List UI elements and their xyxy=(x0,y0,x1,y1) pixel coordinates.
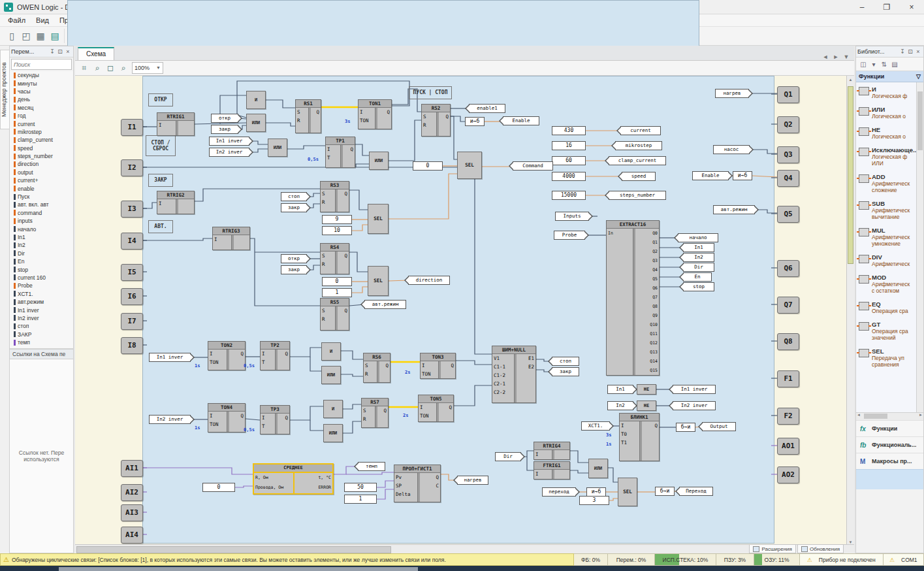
block-RS6[interactable]: RS6SRQ xyxy=(363,353,390,383)
input-pin-I1[interactable]: I1 xyxy=(121,119,143,136)
block-СРЕДНЕЕ-selected[interactable]: СРЕДНЕЕR, ОмПровода, Омt, °CERROR xyxy=(253,463,334,495)
menu-Вид[interactable]: Вид xyxy=(31,16,54,25)
tag-write-Dir[interactable]: Dir xyxy=(683,263,714,272)
variable-item[interactable]: часы xyxy=(10,88,73,95)
tab-schema[interactable]: Схема xyxy=(78,47,114,60)
print-button[interactable]: ▤ xyxy=(48,29,62,43)
block-ШИМ+NULL[interactable]: ШИМ+NULLV1C1-1C1-2C2-1C2-2E1E2 xyxy=(492,346,536,403)
block-RS4[interactable]: RS4SRQ xyxy=(320,243,349,274)
tag-read-переход[interactable]: переход xyxy=(542,487,576,497)
variable-item[interactable]: current xyxy=(10,120,73,127)
function-item-ИЛИ[interactable]: ИЛИЛогическая о xyxy=(856,103,923,123)
tag-write-enable1[interactable]: enable1 xyxy=(469,104,505,113)
tag-read-Probe[interactable]: Probe xyxy=(554,231,585,240)
comment-label[interactable]: АВТ. xyxy=(148,220,173,233)
constant-60[interactable]: 60 xyxy=(552,156,586,165)
tag-write-закр[interactable]: закр xyxy=(552,367,579,376)
new-project-button[interactable]: ▯ xyxy=(5,29,19,43)
variable-item[interactable]: начало xyxy=(10,225,73,233)
block-RS5[interactable]: RS5SRQ xyxy=(320,298,349,331)
minimize-button[interactable]: – xyxy=(850,0,874,14)
maximize-icon[interactable]: ⊡ xyxy=(56,48,64,55)
tag-read-авт.режим[interactable]: авт.режим xyxy=(713,205,755,214)
close-icon[interactable]: × xyxy=(914,48,922,55)
variable-item[interactable]: авт. вкл. авт xyxy=(10,201,73,208)
comment-label[interactable]: ПУСК | СТОП xyxy=(409,86,452,99)
output-pin-Q3[interactable]: Q3 xyxy=(777,146,799,163)
converter-block[interactable]: б→и xyxy=(676,423,695,432)
output-pin-AO1[interactable]: AO1 xyxy=(777,438,799,455)
tag-write-начало[interactable]: начало xyxy=(678,233,718,242)
block-TP2[interactable]: TP2ITQ xyxy=(260,341,290,370)
variable-item[interactable]: mikrostep xyxy=(10,128,73,136)
function-item-Исключающе...[interactable]: Исключающе...Логическая ф ИЛИ xyxy=(856,143,923,170)
variable-item[interactable]: En xyxy=(10,257,73,265)
block-TON4[interactable]: TON4ITONQ xyxy=(208,403,246,432)
variable-item[interactable]: авт.режим xyxy=(10,298,73,306)
tag-read-In2 inver[interactable]: In2 inver xyxy=(149,415,191,424)
tag-read-закр[interactable]: закр xyxy=(211,125,238,134)
output-pin-Q2[interactable]: Q2 xyxy=(777,116,799,133)
pin-icon[interactable]: ↧ xyxy=(899,48,906,55)
open-project-button[interactable]: ◰ xyxy=(19,29,33,43)
zoom-in-button[interactable]: ⌕ xyxy=(117,62,130,74)
comment-label[interactable]: ОТКР xyxy=(148,93,173,106)
variable-item[interactable]: steps_number xyxy=(10,152,73,160)
variable-item[interactable]: день xyxy=(10,95,73,103)
block-RS3[interactable]: RS3SRQ xyxy=(320,181,349,212)
variable-item[interactable]: command xyxy=(10,209,73,217)
constant-1[interactable]: 1 xyxy=(322,288,352,297)
variable-item[interactable]: output xyxy=(10,169,73,176)
save-project-button[interactable]: ▦ xyxy=(33,29,48,43)
tag-write-stop[interactable]: stop xyxy=(683,282,714,291)
tag-write-current[interactable]: current xyxy=(620,126,661,135)
constant-1[interactable]: 1 xyxy=(344,495,377,504)
converter-block[interactable]: и→б xyxy=(465,117,485,126)
input-pin-I7[interactable]: I7 xyxy=(121,313,143,330)
variable-item[interactable]: ХСТ1. xyxy=(10,290,73,298)
panel-tab-Расширения[interactable]: Расширения xyxy=(749,544,796,553)
block-RS7[interactable]: RS7SRQ xyxy=(361,398,389,428)
constant-10[interactable]: 10 xyxy=(322,226,352,235)
function-item-GT[interactable]: GTОперация сра значений xyxy=(856,318,923,344)
block-TON2[interactable]: TON2ITONQ xyxy=(208,341,246,370)
pin-icon[interactable]: ↧ xyxy=(48,48,56,55)
zoom-out-button[interactable]: ⌕ xyxy=(91,62,104,74)
output-pin-Q8[interactable]: Q8 xyxy=(777,333,799,350)
tag-write-стоп[interactable]: стоп xyxy=(552,357,579,366)
variable-item[interactable]: inputs xyxy=(10,217,73,225)
constant-16[interactable]: 16 xyxy=(552,141,586,150)
tag-write-авт.режим[interactable]: авт.режим xyxy=(364,300,406,309)
block-НЕ[interactable]: НЕ xyxy=(637,400,656,411)
tag-write-Переход[interactable]: Переход xyxy=(679,487,713,496)
output-pin-Q6[interactable]: Q6 xyxy=(777,260,799,277)
tag-write-speed[interactable]: speed xyxy=(622,172,656,181)
zoom-fit-button[interactable]: ◻ xyxy=(104,62,117,74)
tag-read-In2 inver[interactable]: In2 inver xyxy=(209,148,249,157)
tag-read-Inputs[interactable]: Inputs xyxy=(555,212,589,221)
tag-read-In2[interactable]: In2 xyxy=(607,401,633,410)
variable-item[interactable]: direction xyxy=(10,160,73,168)
close-icon[interactable]: × xyxy=(64,48,72,55)
function-item-ADD[interactable]: ADDАрифметическ сложение xyxy=(856,170,923,197)
output-pin-Q4[interactable]: Q4 xyxy=(777,170,799,187)
block-RTRIG4[interactable]: RTRIG4I xyxy=(534,442,570,460)
tag-write-In2[interactable]: In2 xyxy=(683,253,714,262)
input-pin-I3[interactable]: I3 xyxy=(121,201,143,218)
variable-item[interactable]: speed xyxy=(10,144,73,152)
variable-item[interactable]: In1 inver xyxy=(10,306,73,314)
tag-read-закр[interactable]: закр xyxy=(281,203,307,212)
tag-read-In1[interactable]: In1 xyxy=(607,385,633,394)
close-button[interactable]: × xyxy=(899,0,924,14)
function-item-SEL[interactable]: SELПередача уп сравнения xyxy=(856,344,923,371)
tag-read-Enable[interactable]: Enable xyxy=(692,171,729,180)
library-toolbar-icon-1[interactable]: ▾ xyxy=(868,59,879,69)
block-ИЛИ[interactable]: ИЛИ xyxy=(246,114,266,132)
function-item-MUL[interactable]: MULАрифметическ умножение xyxy=(856,223,923,250)
block-TP3[interactable]: TP3ITQ xyxy=(260,405,290,434)
schematic-area[interactable]: ▲ ▼ I1I2I3I4I5I6I7I8AI1AI2AI3AI4Q1Q2Q3Q4… xyxy=(75,76,854,544)
converter-block[interactable]: б→и xyxy=(655,487,675,496)
tag-write-Output[interactable]: Output xyxy=(702,422,736,431)
block-ИЛИ[interactable]: ИЛИ xyxy=(321,366,341,384)
converter-block[interactable]: и→б xyxy=(586,487,606,497)
